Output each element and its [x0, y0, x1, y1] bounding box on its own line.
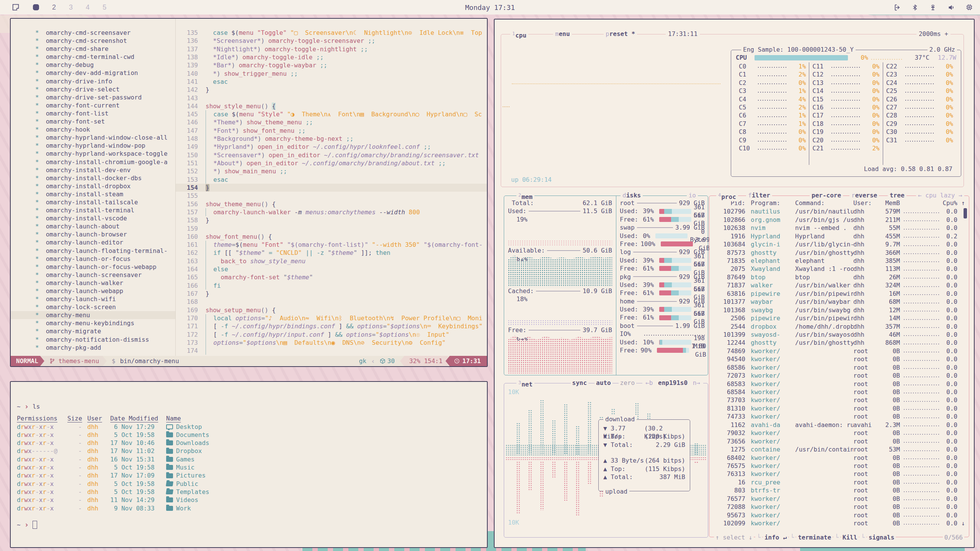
process-row-2544[interactable]: 2544dropbox/home/dhh/.dropbox-distdhh357…	[714, 323, 965, 331]
code-line-144[interactable]: 144show_style_menu() {	[176, 102, 487, 110]
process-row-76577[interactable]: 76577kworker/root0B0.0	[714, 495, 965, 503]
process-row-94540[interactable]: 94540kworker/root0B0.0	[714, 355, 965, 363]
code-line-145[interactable]: 145 case $(menu "Style" "◑ Theme\nᴀ Font…	[176, 110, 487, 118]
code-line-140[interactable]: 140 *) show_trigger_menu ;;	[176, 70, 487, 78]
disks-panel-title[interactable]: disks	[621, 191, 643, 199]
process-row-73703[interactable]: 73703kworker/root0B0.0	[714, 396, 965, 404]
process-row-79032[interactable]: 79032kworker/root0B0.0	[714, 429, 965, 437]
cpu-panel-title[interactable]: 1cpu	[510, 30, 528, 40]
sidebar-item-omarchy-font-current[interactable]: *omarchy-font-current	[11, 101, 175, 109]
workspace-2[interactable]: 2	[52, 3, 56, 11]
sidebar-item-omarchy-cmd-share[interactable]: *omarchy-cmd-share	[11, 45, 175, 53]
process-row-95673[interactable]: 95673kworker/root0B0.0	[714, 511, 965, 519]
process-row-71835[interactable]: 71835elephantelephantdhh385M0.0	[714, 257, 965, 265]
net-interface[interactable]: ←b enp191s0 n→	[642, 379, 703, 387]
net-panel-title[interactable]: 3net	[516, 379, 534, 389]
ls-entry-Desktop[interactable]: Desktop	[166, 423, 487, 431]
logout-icon[interactable]	[893, 3, 902, 11]
sidebar-item-omarchy-install-tailscale[interactable]: *omarchy-install-tailscale	[11, 198, 175, 206]
chip-icon[interactable]	[965, 3, 973, 11]
sidebar-item-omarchy-drive-select[interactable]: *omarchy-drive-select	[11, 85, 175, 93]
process-row-2506[interactable]: 2506pipewire/usr/bin/pipewire-pulsedhh14…	[714, 314, 965, 322]
code-line-159[interactable]: 159	[176, 225, 487, 233]
sidebar-item-omarchy-cmd-terminal-cwd[interactable]: *omarchy-cmd-terminal-cwd	[11, 53, 175, 61]
process-row-103684[interactable]: 103684glycin-i/usr/lib/glycin-loadersdhh…	[714, 240, 965, 248]
process-row-12244[interactable]: 12244ghostty/usr/bin/ghostty --gtk-dhh86…	[714, 339, 965, 347]
code-line-166[interactable]: 166 fi	[176, 282, 487, 290]
code-line-165[interactable]: 165 omarchy-font-set "$theme"	[176, 273, 487, 281]
code-line-136[interactable]: 136 *Screensaver*) omarchy-toggle-screen…	[176, 37, 487, 45]
code-line-170[interactable]: 170 local options="♪ Audio\n≈ Wifi\nᛒ Bl…	[176, 314, 487, 322]
sidebar-item-omarchy-pkg-add[interactable]: *omarchy-pkg-add	[11, 344, 175, 352]
sidebar-item-omarchy-drive-info[interactable]: *omarchy-drive-info	[11, 77, 175, 85]
shell-prompt-input[interactable]: ~ ›	[17, 521, 487, 529]
sidebar-item-omarchy-launch-editor[interactable]: *omarchy-launch-editor	[11, 238, 175, 246]
process-row-68402[interactable]: 68402kworker/root0B0.0	[714, 454, 965, 462]
code-line-168[interactable]: 168	[176, 298, 487, 306]
sidebar-item-omarchy-hyprland-workspace-toggle[interactable]: *omarchy-hyprland-workspace-toggle	[11, 150, 175, 158]
sidebar-item-omarchy-drive-set-password[interactable]: *omarchy-drive-set-password	[11, 93, 175, 101]
process-row-72088[interactable]: 72088kworker/root0B0.0	[714, 503, 965, 511]
sidebar-item-omarchy-install-chromium-google-a[interactable]: *omarchy-install-chromium-google-a	[11, 158, 175, 166]
net-zero-button[interactable]: zero	[619, 379, 637, 387]
sort-arrow-icon[interactable]: ↑	[957, 199, 965, 207]
sidebar-item-omarchy-cmd-screenshot[interactable]: *omarchy-cmd-screenshot	[11, 37, 175, 45]
sidebar-item-omarchy-lock-screen[interactable]: *omarchy-lock-screen	[11, 303, 175, 311]
process-row-74869[interactable]: 74869kworker/root0B0.0	[714, 347, 965, 355]
network-icon[interactable]	[928, 3, 938, 11]
ls-entry-Pictures[interactable]: Pictures	[166, 471, 487, 479]
process-row-74733[interactable]: 74733kworker/root0B0.0	[714, 412, 965, 421]
process-row-101399[interactable]: 101399swayosd-/usr/bin/swayosd-serverdhh…	[714, 331, 965, 339]
volume-icon[interactable]	[947, 3, 956, 11]
sidebar-item-omarchy-font-list[interactable]: *omarchy-font-list	[11, 109, 175, 117]
code-line-147[interactable]: 147 *Font*) show_font_menu ;;	[176, 127, 487, 135]
proc-action-terminate[interactable]: terminate	[796, 533, 833, 541]
process-row-76575[interactable]: 76575kworker/root0B0.0	[714, 462, 965, 470]
code-line-161[interactable]: 161 theme=$(menu "Font" "$(omarchy-font-…	[176, 241, 487, 249]
code-line-139[interactable]: 139 *Bar*) omarchy-toggle-waybar ;;	[176, 61, 487, 69]
sidebar-item-omarchy-dev-add-migration[interactable]: *omarchy-dev-add-migration	[11, 69, 175, 77]
sidebar-item-omarchy-install-dropbox[interactable]: *omarchy-install-dropbox	[11, 182, 175, 190]
code-line-148[interactable]: 148 *Background*) omarchy-theme-bg-next …	[176, 135, 487, 143]
sidebar-item-omarchy-install-terminal[interactable]: *omarchy-install-terminal	[11, 206, 175, 214]
workspace-5[interactable]: 5	[103, 3, 106, 11]
sidebar-item-omarchy-menu-keybindings[interactable]: *omarchy-menu-keybindings	[11, 319, 175, 327]
process-row-87649[interactable]: 87649btopbtopdhh26M0.0	[714, 273, 965, 281]
code-line-146[interactable]: 146 *Theme*) show_theme_menu ;;	[176, 118, 487, 126]
filter-button[interactable]: filter	[746, 191, 772, 199]
code-line-138[interactable]: 138 *Idle*) omarchy-toggle-idle ;;	[176, 53, 487, 61]
bluetooth-icon[interactable]	[911, 3, 918, 11]
sidebar-item-omarchy-migrate[interactable]: *omarchy-migrate	[11, 327, 175, 335]
sidebar-item-omarchy-launch-screensaver[interactable]: *omarchy-launch-screensaver	[11, 271, 175, 279]
process-row-1275[interactable]: 1275containe/usr/bin/containerdroot53M0.…	[714, 445, 965, 453]
code-line-141[interactable]: 141 esac	[176, 78, 487, 86]
reverse-button[interactable]: reverse	[849, 191, 879, 199]
code-line-162[interactable]: 162 if [[ "$theme" = "CNCLD" || -z "$the…	[176, 249, 487, 257]
code-line-156[interactable]: 156show_theme_menu() {	[176, 200, 487, 208]
io-toggle[interactable]: io	[687, 191, 698, 199]
process-row-72073[interactable]: 72073kworker/root0B0.0	[714, 372, 965, 380]
proc-action-kill[interactable]: Kill	[841, 533, 859, 541]
sort-mode[interactable]: ← cpu lazy →	[916, 191, 964, 199]
tree-button[interactable]: tree	[888, 191, 906, 199]
git-branch-segment[interactable]: themes-menu	[40, 356, 107, 366]
code-line-155[interactable]: 155	[176, 192, 487, 200]
workspace-1-active[interactable]	[33, 4, 39, 10]
workspace-4[interactable]: 4	[86, 3, 90, 11]
ls-entry-Videos[interactable]: Videos	[166, 496, 487, 504]
process-row-102638[interactable]: 102638nvimnvim --embed .dhh55M0.0	[714, 224, 965, 232]
ls-entry-Downloads[interactable]: Downloads	[166, 439, 487, 447]
code-line-143[interactable]: 143	[176, 94, 487, 102]
ls-entry-Music[interactable]: Music	[166, 463, 487, 471]
process-row-68584[interactable]: 68584kworker/root0B0.0	[714, 388, 965, 396]
process-row-81310[interactable]: 81310kworker/root0B0.0	[714, 404, 965, 412]
sidebar-item-omarchy-menu[interactable]: *omarchy-menu	[11, 311, 175, 319]
proc-action-info[interactable]: info ↵	[763, 533, 788, 541]
proc-scrollbar[interactable]	[964, 208, 967, 218]
sidebar-item-omarchy-install-vscode[interactable]: *omarchy-install-vscode	[11, 214, 175, 222]
sidebar-item-omarchy-install-dev-env[interactable]: *omarchy-install-dev-env	[11, 166, 175, 174]
code-line-153[interactable]: 153 esac	[176, 176, 487, 184]
code-line-151[interactable]: 151 *About*) open_in_editor ~/.config/om…	[176, 159, 487, 167]
apps-layout-icon[interactable]	[11, 3, 20, 11]
code-line-173[interactable]: 173 options="$options\n▤ Defaults\n◉ DNS…	[176, 339, 487, 347]
